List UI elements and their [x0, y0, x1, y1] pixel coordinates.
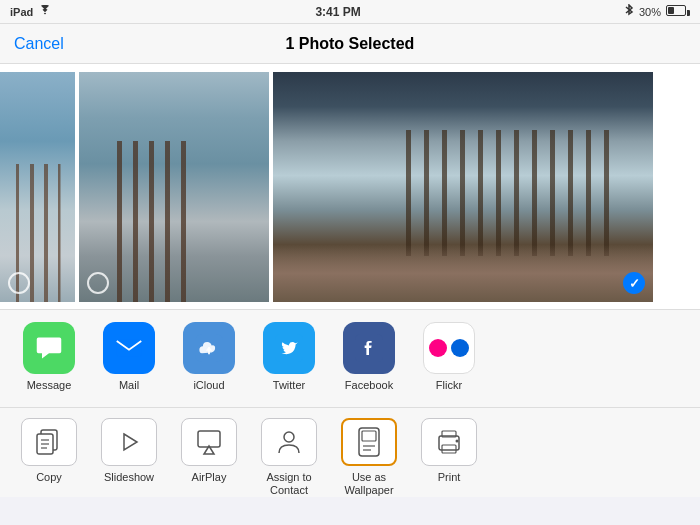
photo-select-2[interactable] — [87, 272, 109, 294]
bluetooth-icon — [624, 4, 634, 20]
svg-marker-11 — [124, 434, 137, 450]
cancel-button[interactable]: Cancel — [14, 35, 64, 53]
action-item-print[interactable]: Print — [414, 418, 484, 483]
twitter-label: Twitter — [273, 379, 305, 391]
facebook-icon — [343, 322, 395, 374]
slideshow-label: Slideshow — [104, 471, 154, 483]
action-item-assign-contact[interactable]: Assign to Contact — [254, 418, 324, 497]
message-label: Message — [27, 379, 72, 391]
flickr-icon — [423, 322, 475, 374]
wifi-icon — [38, 5, 52, 18]
icloud-label: iCloud — [193, 379, 224, 391]
status-time: 3:41 PM — [315, 5, 360, 19]
action-item-copy[interactable]: Copy — [14, 418, 84, 483]
copy-icon — [21, 418, 77, 466]
carrier-label: iPad — [10, 6, 33, 18]
slideshow-icon — [101, 418, 157, 466]
photo-item-3[interactable] — [273, 72, 653, 302]
action-item-wallpaper[interactable]: Use as Wallpaper — [334, 418, 404, 497]
action-buttons: Copy Slideshow AirPlay Assign to Contact — [0, 407, 700, 497]
photo-select-3[interactable] — [623, 272, 645, 294]
share-item-message[interactable]: Message — [14, 322, 84, 391]
photo-item-2[interactable] — [79, 72, 269, 302]
facebook-label: Facebook — [345, 379, 393, 391]
print-icon — [421, 418, 477, 466]
battery-pct-label: 30% — [639, 6, 661, 18]
nav-title: 1 Photo Selected — [285, 35, 414, 53]
mail-label: Mail — [119, 379, 139, 391]
photos-grid — [0, 64, 700, 309]
print-label: Print — [438, 471, 461, 483]
svg-rect-21 — [442, 445, 456, 453]
message-icon — [23, 322, 75, 374]
wallpaper-label: Use as Wallpaper — [334, 471, 404, 497]
flickr-pink-dot — [429, 339, 447, 357]
battery-icon — [666, 5, 690, 18]
share-actions: Message Mail iCloud — [0, 309, 700, 407]
assign-contact-icon — [261, 418, 317, 466]
share-item-facebook[interactable]: Facebook — [334, 322, 404, 391]
svg-rect-16 — [362, 431, 376, 441]
photo-select-1[interactable] — [8, 272, 30, 294]
photo-item-1[interactable] — [0, 72, 75, 302]
action-item-airplay[interactable]: AirPlay — [174, 418, 244, 483]
icloud-icon — [183, 322, 235, 374]
mail-icon — [103, 322, 155, 374]
flickr-label: Flickr — [436, 379, 462, 391]
action-item-slideshow[interactable]: Slideshow — [94, 418, 164, 483]
airplay-icon — [181, 418, 237, 466]
twitter-icon — [263, 322, 315, 374]
share-item-mail[interactable]: Mail — [94, 322, 164, 391]
assign-contact-label: Assign to Contact — [254, 471, 324, 497]
flickr-blue-dot — [451, 339, 469, 357]
wallpaper-icon — [341, 418, 397, 466]
copy-label: Copy — [36, 471, 62, 483]
svg-rect-0 — [117, 339, 142, 357]
airplay-label: AirPlay — [192, 471, 227, 483]
status-bar: iPad 3:41 PM 30% — [0, 0, 700, 24]
share-item-twitter[interactable]: Twitter — [254, 322, 324, 391]
svg-point-14 — [284, 432, 294, 442]
svg-point-22 — [456, 440, 459, 443]
share-item-icloud[interactable]: iCloud — [174, 322, 244, 391]
nav-bar: Cancel 1 Photo Selected — [0, 24, 700, 64]
share-item-flickr[interactable]: Flickr — [414, 322, 484, 391]
